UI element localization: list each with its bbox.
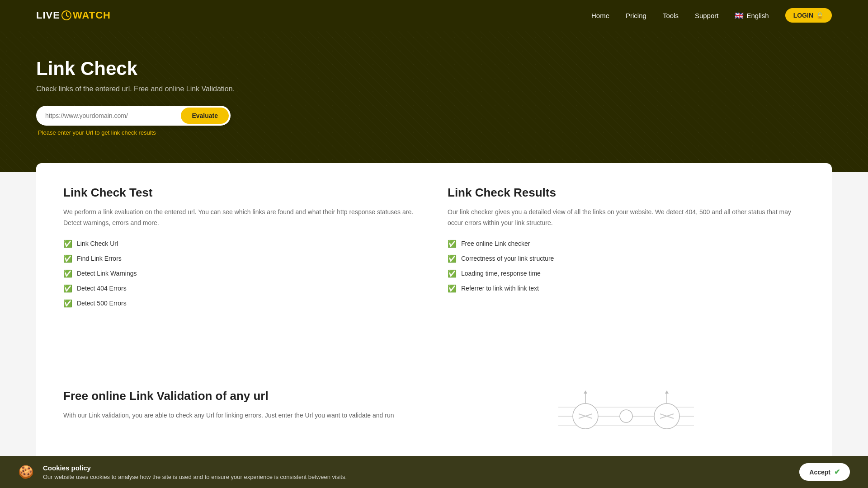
feature-label: Free online Link checker [461,240,530,247]
url-input[interactable] [45,112,181,119]
page-title: Link Check [36,58,832,80]
right-col-title: Link Check Results [448,186,805,200]
cookie-banner: 🍪 Cookies policy Our website uses cookie… [0,456,868,466]
url-search-bar: Evaluate [36,106,231,126]
cookie-text: Cookies policy Our website uses cookies … [43,464,790,466]
list-item: ✅ Find Link Errors [63,254,420,263]
second-section: Free online Link Validation of any url W… [36,389,832,466]
nav-pricing[interactable]: Pricing [626,12,646,19]
link-illustration [549,389,703,443]
second-section-title: Free online Link Validation of any url [63,389,420,403]
second-section-text: Free online Link Validation of any url W… [63,389,420,443]
check-icon: ✅ [63,254,72,263]
features-grid: Link Check Test We perform a link evalua… [63,186,805,308]
site-header: LIVE WATCH Home Pricing Tools Support 🇬🇧… [0,0,868,31]
logo-watch: WATCH [73,9,111,21]
language-label: English [746,12,769,19]
svg-point-10 [620,410,632,422]
check-icon: ✅ [448,269,457,278]
check-icon: ✅ [63,269,72,278]
right-col-desc: Our link checker gives you a detailed vi… [448,207,805,229]
left-col-title: Link Check Test [63,186,420,200]
list-item: ✅ Loading time, response time [448,269,805,278]
lock-icon: 🔒 [816,12,824,19]
list-item: ✅ Free online Link checker [448,239,805,248]
feature-label: Correctness of your link structure [461,255,554,262]
feature-label: Link Check Url [77,240,118,247]
check-icon: ✅ [448,239,457,248]
hero-subtitle: Check links of the entered url. Free and… [36,85,832,93]
feature-label: Loading time, response time [461,270,541,277]
flag-icon: 🇬🇧 [735,11,744,20]
feature-label: Find Link Errors [77,255,122,262]
login-label: LOGIN [793,12,813,19]
accept-cookie-button[interactable]: Accept ✔ [799,463,850,466]
main-nav: Home Pricing Tools Support 🇬🇧 English LO… [591,8,832,23]
evaluate-button[interactable]: Evaluate [181,108,229,124]
left-feature-list: ✅ Link Check Url ✅ Find Link Errors ✅ De… [63,239,420,308]
search-hint: Please enter your Url to get link check … [38,129,832,136]
nav-tools[interactable]: Tools [663,12,679,19]
feature-label: Detect 404 Errors [77,285,127,292]
list-item: ✅ Detect 500 Errors [63,299,420,308]
logo-icon [60,9,73,21]
check-icon: ✅ [448,254,457,263]
cookie-icon: 🍪 [18,465,34,466]
content-card: Link Check Test We perform a link evalua… [36,163,832,389]
check-icon: ✅ [448,284,457,293]
svg-marker-14 [665,390,669,394]
cookie-title: Cookies policy [43,464,790,466]
feature-label: Detect 500 Errors [77,300,127,307]
login-button[interactable]: LOGIN 🔒 [785,8,832,23]
feature-label: Detect Link Warnings [77,270,137,277]
nav-support[interactable]: Support [695,12,719,19]
list-item: ✅ Correctness of your link structure [448,254,805,263]
hero-section: Link Check Check links of the entered ur… [0,31,868,172]
list-item: ✅ Detect Link Warnings [63,269,420,278]
logo: LIVE WATCH [36,9,111,21]
list-item: ✅ Link Check Url [63,239,420,248]
left-column: Link Check Test We perform a link evalua… [63,186,420,308]
list-item: ✅ Detect 404 Errors [63,284,420,293]
second-section-desc: With our Link validation, you are able t… [63,410,420,421]
svg-marker-12 [584,390,587,394]
language-selector[interactable]: 🇬🇧 English [735,11,769,20]
logo-live: LIVE [36,9,60,21]
check-icon: ✅ [63,239,72,248]
list-item: ✅ Referrer to link with link text [448,284,805,293]
feature-label: Referrer to link with link text [461,285,539,292]
check-icon: ✅ [63,299,72,308]
nav-home[interactable]: Home [591,12,609,19]
right-feature-list: ✅ Free online Link checker ✅ Correctness… [448,239,805,293]
illustration-area [448,389,805,443]
check-icon: ✅ [63,284,72,293]
left-col-desc: We perform a link evaluation on the ente… [63,207,420,229]
right-column: Link Check Results Our link checker give… [448,186,805,308]
